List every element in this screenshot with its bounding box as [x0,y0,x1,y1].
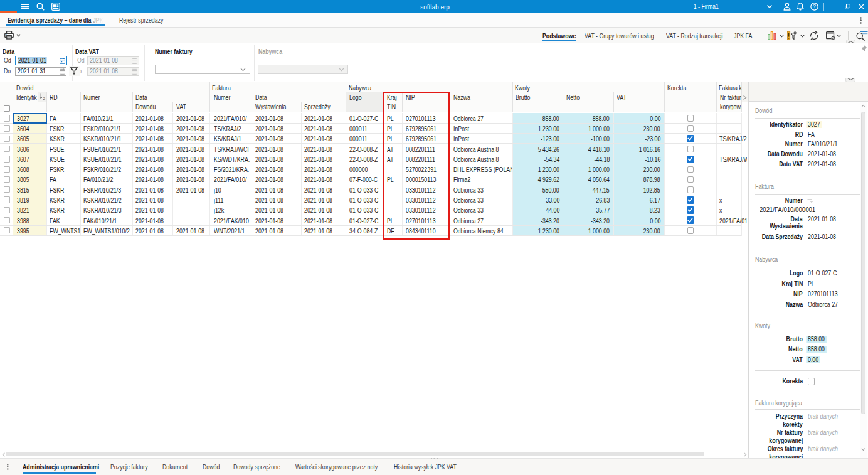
svg-text:?: ? [813,3,816,9]
svg-text:2: 2 [43,97,45,100]
